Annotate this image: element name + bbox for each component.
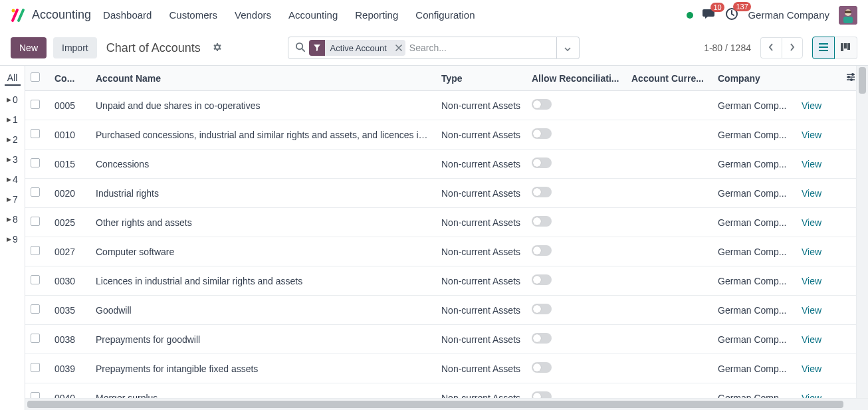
menu-dashboard[interactable]: Dashboard	[103, 9, 152, 21]
table-row[interactable]: 0025Other rights and assetsNon-current A…	[25, 208, 856, 237]
view-link[interactable]: View	[802, 159, 821, 169]
table-row[interactable]: 0039Prepayments for intangible fixed ass…	[25, 354, 856, 383]
reconciliation-toggle[interactable]	[532, 187, 552, 197]
reconciliation-toggle[interactable]	[532, 274, 552, 285]
view-link[interactable]: View	[802, 305, 821, 316]
pager-next-button[interactable]	[782, 37, 803, 58]
checkbox-icon[interactable]	[31, 275, 40, 284]
checkbox-icon[interactable]	[31, 158, 40, 167]
view-link[interactable]: View	[802, 276, 821, 286]
checkbox-icon[interactable]	[31, 246, 40, 255]
row-checkbox[interactable]	[25, 91, 49, 120]
import-button[interactable]: Import	[53, 37, 97, 58]
menu-configuration[interactable]: Configuration	[415, 9, 475, 21]
row-checkbox[interactable]	[25, 150, 49, 179]
sidebar-prefix-3[interactable]: ▶3	[7, 150, 18, 169]
cell-spacer	[840, 354, 856, 383]
table-row[interactable]: 0027Computer softwareNon-current AssetsG…	[25, 237, 856, 266]
kanban-view-button[interactable]	[835, 37, 857, 59]
table-row[interactable]: 0015ConcessionsNon-current AssetsGerman …	[25, 150, 856, 179]
header-checkbox[interactable]	[25, 66, 49, 91]
pager-prev-button[interactable]	[760, 37, 782, 58]
header-column-settings[interactable]	[840, 66, 856, 91]
header-name[interactable]: Account Name	[90, 66, 436, 91]
checkbox-icon[interactable]	[31, 187, 40, 197]
header-company[interactable]: Company	[712, 66, 796, 91]
search-input[interactable]	[409, 38, 552, 58]
row-checkbox[interactable]	[25, 208, 49, 237]
table-row[interactable]: 0038Prepayments for goodwillNon-current …	[25, 325, 856, 354]
sidebar-prefix-7[interactable]: ▶7	[7, 189, 18, 209]
header-reconciliation[interactable]: Allow Reconciliati...	[526, 66, 626, 91]
company-switcher[interactable]: German Company	[748, 9, 829, 21]
checkbox-icon[interactable]	[31, 392, 40, 398]
table-row[interactable]: 0040Merger surplusNon-current AssetsGerm…	[25, 383, 856, 399]
checkbox-icon[interactable]	[31, 217, 40, 226]
user-avatar[interactable]	[839, 6, 857, 25]
list-view-button[interactable]	[812, 37, 835, 59]
table-row[interactable]: 0010Purchased concessions, industrial an…	[25, 120, 856, 150]
sidebar-prefix-9[interactable]: ▶9	[7, 229, 18, 249]
sidebar-prefix-2[interactable]: ▶2	[7, 130, 18, 150]
reconciliation-toggle[interactable]	[532, 245, 552, 256]
view-link[interactable]: View	[802, 130, 821, 140]
checkbox-icon[interactable]	[31, 129, 40, 138]
status-indicator-icon[interactable]	[687, 12, 693, 19]
view-link[interactable]: View	[802, 363, 821, 374]
row-checkbox[interactable]	[25, 325, 49, 354]
row-checkbox[interactable]	[25, 296, 49, 325]
reconciliation-toggle[interactable]	[532, 333, 552, 344]
messages-button[interactable]: 10	[703, 8, 716, 22]
view-link[interactable]: View	[802, 188, 821, 199]
checkbox-icon[interactable]	[31, 72, 40, 82]
row-checkbox[interactable]	[25, 266, 49, 296]
view-link[interactable]: View	[802, 100, 821, 111]
menu-reporting[interactable]: Reporting	[355, 9, 398, 21]
row-checkbox[interactable]	[25, 120, 49, 150]
pager-text[interactable]: 1-80 / 1284	[704, 43, 751, 53]
reconciliation-toggle[interactable]	[532, 128, 552, 139]
checkbox-icon[interactable]	[31, 100, 40, 109]
reconciliation-toggle[interactable]	[532, 99, 552, 110]
table-row[interactable]: 0035GoodwillNon-current AssetsGerman Com…	[25, 296, 856, 325]
view-link[interactable]: View	[802, 247, 821, 257]
menu-customers[interactable]: Customers	[169, 9, 217, 21]
checkbox-icon[interactable]	[31, 334, 40, 343]
row-checkbox[interactable]	[25, 383, 49, 399]
gear-icon[interactable]	[211, 42, 222, 54]
sidebar-prefix-8[interactable]: ▶8	[7, 209, 18, 229]
facet-remove-icon[interactable]	[392, 40, 405, 56]
reconciliation-toggle[interactable]	[532, 391, 552, 398]
table-row[interactable]: 0020Industrial rightsNon-current AssetsG…	[25, 179, 856, 208]
table-row[interactable]: 0030Licences in industrial and similar r…	[25, 266, 856, 296]
sidebar-prefix-1[interactable]: ▶1	[7, 110, 18, 130]
header-currency[interactable]: Account Curre...	[626, 66, 712, 91]
menu-accounting[interactable]: Accounting	[288, 9, 338, 21]
row-checkbox[interactable]	[25, 179, 49, 208]
horizontal-scrollbar[interactable]	[25, 398, 868, 410]
search-box[interactable]: Active Account	[288, 37, 557, 59]
brand[interactable]: Accounting	[11, 8, 91, 23]
sidebar-prefix-4[interactable]: ▶4	[7, 169, 18, 189]
checkbox-icon[interactable]	[31, 363, 40, 372]
view-link[interactable]: View	[802, 334, 821, 345]
sidebar-prefix-0[interactable]: ▶0	[7, 90, 18, 110]
reconciliation-toggle[interactable]	[532, 216, 552, 227]
view-link[interactable]: View	[802, 393, 821, 399]
header-code[interactable]: Co...	[49, 66, 90, 91]
vertical-scrollbar[interactable]	[856, 66, 868, 398]
row-checkbox[interactable]	[25, 354, 49, 383]
reconciliation-toggle[interactable]	[532, 304, 552, 314]
reconciliation-toggle[interactable]	[532, 362, 552, 373]
view-link[interactable]: View	[802, 217, 821, 228]
activities-button[interactable]: 137	[725, 7, 738, 23]
table-row[interactable]: 0005Unpaid and due shares in co-operativ…	[25, 91, 856, 120]
search-options-dropdown[interactable]	[557, 37, 580, 59]
header-type[interactable]: Type	[436, 66, 526, 91]
new-button[interactable]: New	[11, 37, 47, 58]
row-checkbox[interactable]	[25, 237, 49, 266]
reconciliation-toggle[interactable]	[532, 157, 552, 168]
checkbox-icon[interactable]	[31, 304, 40, 314]
sidebar-all[interactable]: All	[5, 70, 21, 86]
menu-vendors[interactable]: Vendors	[235, 9, 271, 21]
